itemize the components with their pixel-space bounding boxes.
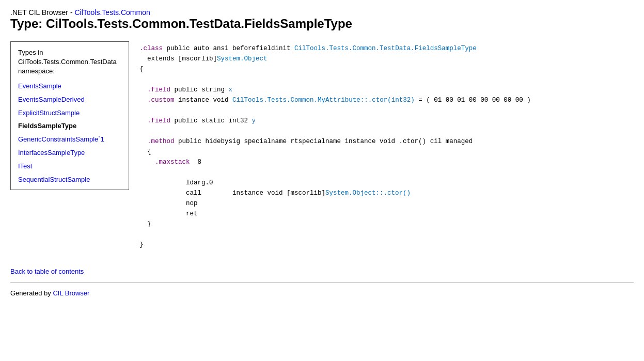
sidebar-item-active: FieldsSampleType	[18, 122, 121, 130]
code-custom-link[interactable]: CilTools.Tests.Common.MyAttribute::.ctor…	[232, 97, 415, 104]
breadcrumb-prefix: .NET CIL Browser -	[10, 8, 74, 17]
code-block: .class public auto ansi beforefieldinit …	[139, 41, 634, 252]
list-item: SequentialStructSample	[18, 175, 121, 183]
footer: Generated by CIL Browser	[10, 289, 634, 297]
footer-cil-browser-link[interactable]: CIL Browser	[53, 289, 89, 297]
sidebar-link-explicitstructsample[interactable]: ExplicitStructSample	[18, 109, 80, 117]
list-item: ExplicitStructSample	[18, 108, 121, 117]
sidebar-link-sequentialstructsample[interactable]: SequentialStructSample	[18, 176, 90, 183]
sidebar-link-itest[interactable]: ITest	[18, 162, 32, 170]
back-link-container: Back to table of contents	[10, 268, 634, 275]
page-title: Type: CilTools.Tests.Common.TestData.Fie…	[10, 17, 634, 31]
back-to-toc-link[interactable]: Back to table of contents	[10, 268, 84, 275]
list-item: ITest	[18, 162, 121, 170]
list-item: InterfacesSampleType	[18, 148, 121, 156]
sidebar-link-genericconstraintssample[interactable]: GenericConstraintsSample`1	[18, 135, 104, 143]
sidebar-link-interfacessampletype[interactable]: InterfacesSampleType	[18, 149, 85, 156]
list-item: EventsSample	[18, 82, 121, 90]
sidebar-header: Types in CilTools.Tests.Common.TestData …	[18, 48, 121, 76]
code-extends-link[interactable]: System.Object	[217, 55, 268, 62]
breadcrumb: .NET CIL Browser - CilTools.Tests.Common	[10, 8, 634, 17]
sidebar: Types in CilTools.Tests.Common.TestData …	[10, 41, 129, 190]
code-type-link[interactable]: CilTools.Tests.Common.TestData.FieldsSam…	[294, 45, 477, 52]
code-call-link[interactable]: System.Object::.ctor()	[325, 190, 411, 197]
list-item: EventsSampleDerived	[18, 95, 121, 103]
footer-prefix: Generated by	[10, 289, 53, 297]
main-content: Types in CilTools.Tests.Common.TestData …	[10, 41, 634, 252]
sidebar-link-eventssamplederived[interactable]: EventsSampleDerived	[18, 96, 85, 103]
sidebar-links: EventsSample EventsSampleDerived Explici…	[18, 82, 121, 183]
sidebar-link-eventssample[interactable]: EventsSample	[18, 82, 61, 90]
breadcrumb-link[interactable]: CilTools.Tests.Common	[74, 8, 150, 17]
list-item: GenericConstraintsSample`1	[18, 135, 121, 143]
footer-divider	[10, 282, 634, 283]
